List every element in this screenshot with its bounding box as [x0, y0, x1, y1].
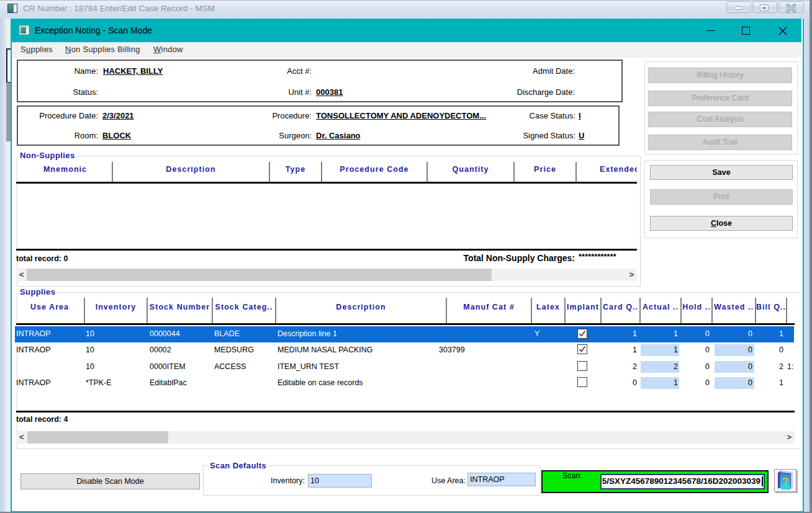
svg-text:?: ? [782, 476, 788, 488]
